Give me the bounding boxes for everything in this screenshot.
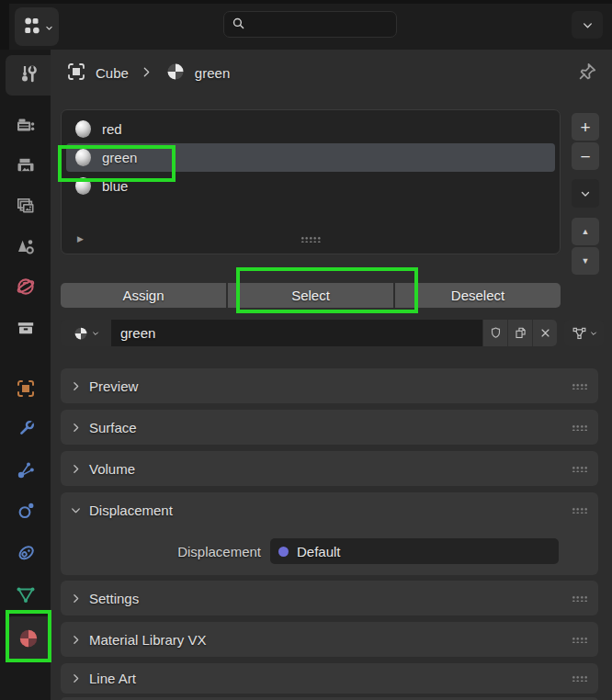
new-material-button[interactable] — [507, 320, 532, 346]
breadcrumb-material[interactable]: green — [195, 65, 230, 81]
render-camera-icon — [15, 115, 37, 140]
blender-properties-editor: Cube green — [0, 0, 612, 700]
material-ball-icon — [75, 177, 91, 195]
panel-title: Preview — [89, 378, 138, 394]
printer-icon — [15, 155, 37, 180]
tab-view-layer[interactable] — [0, 187, 51, 228]
slot-label: blue — [102, 178, 128, 194]
panel-title: Displacement — [89, 502, 173, 518]
panel-title: Material Library VX — [89, 632, 207, 648]
panel-drag-grip[interactable] — [572, 637, 587, 643]
panel-title: Volume — [89, 461, 135, 477]
slot-specials-button[interactable] — [572, 179, 599, 208]
tab-world[interactable] — [0, 267, 51, 308]
panel-drag-grip[interactable] — [572, 675, 587, 682]
chevron-right-icon — [141, 65, 153, 81]
header-collapse-button[interactable] — [572, 11, 603, 39]
panel-title: Surface — [89, 420, 137, 435]
tab-object[interactable] — [0, 369, 51, 410]
shield-icon — [488, 325, 504, 341]
chevron-right-icon — [70, 672, 82, 684]
panel-drag-grip[interactable] — [572, 595, 587, 602]
tab-modifiers[interactable] — [0, 410, 51, 450]
properties-editor-icon — [20, 14, 44, 40]
displacement-method-dropdown[interactable]: Default — [270, 538, 559, 564]
pin-icon[interactable] — [575, 60, 599, 84]
chevron-down-icon — [92, 330, 99, 337]
panel-settings[interactable]: Settings — [61, 581, 598, 615]
panel-displacement[interactable]: Displacement Displacement Default — [61, 492, 598, 575]
panel-surface[interactable]: Surface — [61, 410, 598, 445]
browse-material-button[interactable] — [61, 320, 111, 346]
object-icon — [65, 61, 87, 85]
chevron-right-icon — [70, 422, 82, 434]
material-ball-icon — [73, 325, 89, 342]
panel-drag-grip[interactable] — [572, 383, 587, 390]
physics-orbit-icon — [15, 500, 37, 525]
tab-render[interactable] — [0, 107, 51, 147]
chevron-right-icon — [70, 634, 82, 646]
tab-scene[interactable] — [0, 228, 51, 268]
chevron-down-icon — [70, 504, 82, 516]
slot-label: red — [102, 121, 122, 137]
move-slot-down-button[interactable]: ▼ — [572, 247, 599, 275]
add-slot-button[interactable]: + — [572, 113, 599, 141]
mesh-data-icon — [15, 583, 37, 608]
tool-icon — [17, 63, 40, 88]
tab-constraints[interactable] — [0, 533, 51, 573]
x-icon — [538, 326, 552, 340]
panel-drag-grip[interactable] — [572, 466, 587, 472]
list-filter-expand-icon[interactable]: ▶ — [77, 234, 84, 243]
tab-collection[interactable] — [0, 309, 51, 349]
select-button[interactable]: Select — [228, 283, 393, 308]
tab-particles[interactable] — [0, 451, 51, 491]
tab-output[interactable] — [0, 147, 51, 187]
panel-material-library-vx[interactable]: Material Library VX — [61, 622, 598, 657]
tab-material[interactable] — [6, 616, 51, 662]
edit-mode-actions: Assign Select Deselect — [61, 283, 561, 308]
material-sphere-icon — [17, 627, 40, 653]
material-slot-list: red green blue ▶ — [61, 109, 561, 254]
world-globe-icon — [15, 276, 37, 300]
panel-line-art[interactable]: Line Art — [61, 663, 598, 694]
unlink-material-button[interactable] — [532, 320, 557, 346]
material-datablock-row: green — [61, 320, 604, 346]
material-slot-blue[interactable]: blue — [66, 172, 555, 200]
enum-dot-icon — [278, 547, 289, 557]
deselect-button[interactable]: Deselect — [395, 283, 561, 308]
remove-slot-button[interactable]: − — [572, 142, 599, 170]
scene-icon — [15, 236, 37, 261]
breadcrumb-object[interactable]: Cube — [96, 65, 129, 81]
material-ball-icon — [75, 149, 91, 166]
editor-header — [9, 4, 612, 50]
panel-drag-grip[interactable] — [572, 507, 587, 514]
material-link-dropdown[interactable] — [564, 320, 604, 346]
tab-object-data[interactable] — [0, 575, 51, 615]
panel-preview[interactable]: Preview — [61, 368, 598, 403]
material-name-field[interactable]: green — [111, 320, 482, 346]
search-icon — [231, 16, 246, 34]
constraints-icon — [15, 541, 37, 566]
chevron-down-icon — [590, 330, 597, 337]
list-resize-grip[interactable] — [300, 236, 321, 243]
chevron-down-icon — [45, 19, 53, 35]
material-ball-icon — [75, 120, 91, 138]
material-name-value: green — [120, 325, 155, 341]
panel-title: Settings — [89, 591, 139, 606]
fake-user-button[interactable] — [482, 320, 507, 346]
tab-tool[interactable] — [6, 55, 51, 96]
wrench-icon — [15, 418, 37, 443]
panel-volume[interactable]: Volume — [61, 451, 598, 486]
object-icon — [15, 378, 37, 402]
move-slot-up-button[interactable]: ▲ — [572, 218, 599, 245]
material-slot-green[interactable]: green — [66, 143, 555, 172]
search-input[interactable] — [223, 11, 397, 38]
properties-tab-bar — [0, 50, 51, 700]
assign-button[interactable]: Assign — [61, 283, 226, 308]
editor-type-button[interactable] — [15, 7, 59, 46]
tab-physics[interactable] — [0, 491, 51, 532]
copy-icon — [513, 325, 528, 341]
material-slot-red[interactable]: red — [66, 115, 555, 143]
material-properties-panel: Cube green — [51, 50, 612, 700]
panel-drag-grip[interactable] — [572, 424, 587, 431]
